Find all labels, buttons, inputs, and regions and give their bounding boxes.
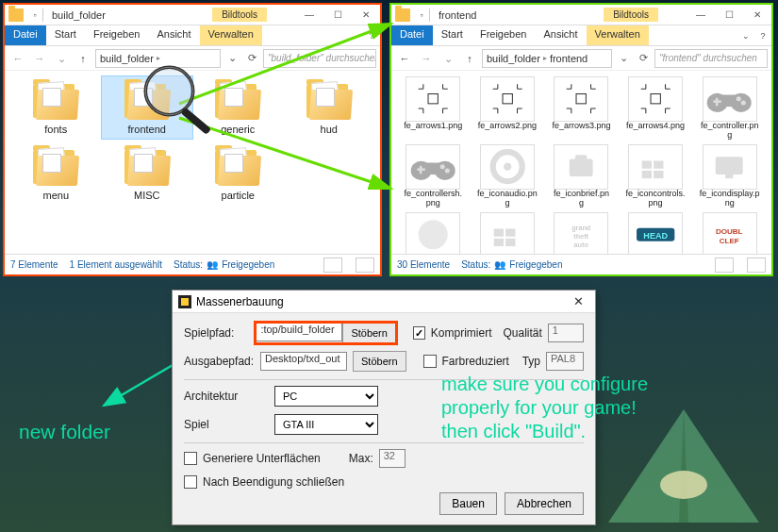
quality-input[interactable]: 1 — [548, 324, 584, 342]
build-button[interactable]: Bauen — [439, 492, 497, 515]
tab-view[interactable]: Ansicht — [148, 25, 199, 45]
forward-button[interactable]: → — [30, 49, 49, 68]
tab-share[interactable]: Freigeben — [85, 25, 149, 45]
tab-file[interactable]: Datei — [5, 25, 46, 45]
address-bar[interactable]: build_folder ▸ — [95, 49, 221, 68]
compressed-checkbox[interactable] — [413, 326, 425, 340]
close-after-checkbox[interactable] — [184, 475, 197, 489]
up-button[interactable]: ↑ — [460, 49, 479, 68]
help-icon[interactable]: ? — [363, 25, 380, 45]
address-bar[interactable]: build_folder ▸ frontend — [482, 49, 612, 68]
close-after-label: Nach Beendigung schließen — [203, 475, 344, 489]
file-item[interactable]: fe_arrows1.png — [397, 76, 470, 141]
search-input[interactable]: "frontend" durchsuchen — [654, 49, 768, 68]
help-icon[interactable]: ? — [754, 25, 771, 45]
folder-item[interactable]: particle — [192, 142, 284, 205]
ribbon-expand-icon[interactable]: ⌄ — [737, 25, 754, 45]
maximize-button[interactable]: ☐ — [715, 6, 743, 25]
outpath-input[interactable]: Desktop/txd_out — [260, 352, 347, 371]
maximize-button[interactable]: ☐ — [323, 6, 352, 25]
breadcrumb[interactable]: build_folder — [100, 53, 154, 64]
file-item[interactable]: fe_arrows3.png — [545, 76, 618, 141]
file-item[interactable]: fe_controller.png — [693, 76, 766, 141]
tab-manage[interactable]: Verwalten — [200, 25, 262, 45]
forward-button[interactable]: → — [417, 49, 436, 68]
thumbnails-view-button[interactable] — [356, 258, 374, 273]
cancel-button[interactable]: Abbrechen — [505, 492, 584, 515]
file-item[interactable] — [472, 212, 544, 254]
explorer-window-frontend: ▫ frontend Bildtools — ☐ ✕ Datei Start F… — [389, 3, 773, 276]
qat-icon[interactable]: ▫ — [30, 10, 40, 20]
arch-select[interactable]: PC — [274, 386, 378, 407]
recent-dropdown-icon[interactable]: ⌄ — [439, 49, 457, 68]
palettized-checkbox[interactable] — [423, 355, 437, 368]
breadcrumb[interactable]: frontend — [550, 53, 588, 64]
close-button[interactable]: ✕ — [743, 6, 771, 25]
max-input[interactable]: 32 — [379, 449, 406, 468]
folder-item[interactable]: MISC — [102, 142, 193, 205]
folder-item[interactable]: fonts — [10, 76, 102, 139]
file-item[interactable]: grandtheftauto — [545, 212, 618, 254]
contextual-tab[interactable]: Bildtools — [212, 8, 267, 22]
refresh-icon[interactable]: ⟳ — [635, 52, 652, 64]
outpath-browse-button[interactable]: Stöbern — [353, 351, 406, 372]
file-list[interactable]: fonts frontend generic hud menu MISC par… — [5, 71, 380, 254]
file-list[interactable]: fe_arrows1.png fe_arrows2.png fe_arrows3… — [391, 71, 771, 254]
folder-item[interactable]: hud — [284, 76, 375, 139]
file-item[interactable]: fe_arrows2.png — [472, 76, 544, 141]
svg-rect-22 — [575, 155, 587, 160]
tab-view[interactable]: Ansicht — [535, 25, 586, 45]
back-button[interactable]: ← — [8, 49, 27, 68]
chevron-right-icon[interactable]: ▸ — [543, 54, 547, 62]
ribbon-expand-icon[interactable]: ⌄ — [346, 25, 363, 45]
file-item[interactable]: fe_icondisplay.png — [693, 144, 766, 208]
titlebar[interactable]: ▫ build_folder Bildtools — ☐ ✕ — [5, 5, 380, 25]
dialog-titlebar[interactable]: Massenerbauung ✕ — [173, 291, 595, 313]
minimize-button[interactable]: — — [295, 6, 323, 25]
address-dropdown-icon[interactable]: ⌄ — [615, 52, 632, 64]
contextual-tab[interactable]: Bildtools — [604, 8, 658, 22]
quality-label: Qualität — [503, 326, 541, 340]
file-label: fe_arrows2.png — [478, 122, 537, 131]
refresh-icon[interactable]: ⟳ — [243, 52, 260, 64]
details-view-button[interactable] — [715, 258, 734, 273]
file-label: fe_controller.png — [700, 122, 760, 141]
file-item[interactable]: fe_controllersh.png — [397, 144, 470, 208]
minimize-button[interactable]: — — [687, 6, 715, 25]
game-select[interactable]: GTA III — [274, 414, 378, 435]
file-item[interactable]: fe_iconbrief.png — [545, 144, 618, 208]
file-item[interactable]: DOUBLCLEF — [693, 212, 766, 254]
file-item[interactable]: fe_arrows4.png — [620, 76, 692, 141]
tab-start[interactable]: Start — [46, 25, 85, 45]
file-item[interactable]: HEAD — [620, 212, 692, 254]
qat-icon[interactable]: ▫ — [417, 10, 426, 20]
thumbnails-view-button[interactable] — [747, 258, 766, 273]
recent-dropdown-icon[interactable]: ⌄ — [52, 49, 71, 68]
search-input[interactable]: "build_folder" durchsuchen — [263, 49, 376, 68]
gamepath-input[interactable]: :top/build_folder — [256, 323, 342, 341]
file-item[interactable]: fe_iconaudio.png — [472, 144, 544, 208]
chevron-right-icon[interactable]: ▸ — [157, 54, 160, 62]
folder-item[interactable]: generic — [192, 76, 284, 139]
gen-subsurfaces-checkbox[interactable] — [184, 452, 197, 465]
file-item[interactable] — [397, 212, 470, 254]
tab-file[interactable]: Datei — [391, 25, 433, 45]
folder-label: frontend — [128, 124, 166, 135]
file-item[interactable]: fe_iconcontrols.png — [620, 144, 692, 208]
back-button[interactable]: ← — [395, 49, 414, 68]
folder-item[interactable]: frontend — [102, 76, 193, 139]
details-view-button[interactable] — [323, 258, 342, 273]
breadcrumb[interactable]: build_folder — [487, 53, 540, 64]
folder-item[interactable]: menu — [10, 142, 102, 205]
titlebar[interactable]: ▫ frontend Bildtools — ☐ ✕ — [391, 5, 771, 25]
gamepath-browse-button[interactable]: Stöbern — [342, 323, 396, 343]
tab-manage[interactable]: Verwalten — [587, 25, 649, 45]
tab-start[interactable]: Start — [433, 25, 472, 45]
tab-share[interactable]: Freigeben — [472, 25, 536, 45]
up-button[interactable]: ↑ — [74, 49, 92, 68]
type-input[interactable]: PAL8 — [546, 352, 584, 371]
address-dropdown-icon[interactable]: ⌄ — [223, 52, 240, 64]
close-button[interactable]: ✕ — [352, 6, 380, 25]
folder-icon — [8, 8, 24, 22]
close-icon[interactable]: ✕ — [567, 294, 589, 308]
